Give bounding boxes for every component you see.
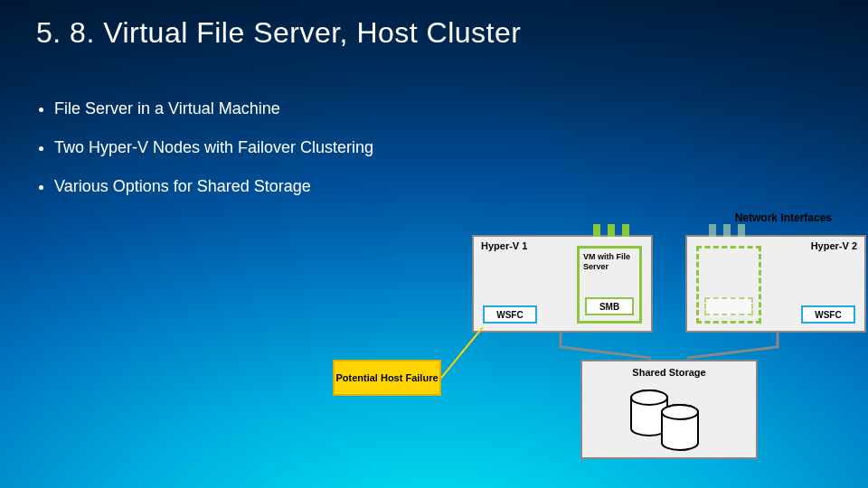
nic-icon xyxy=(709,224,716,237)
callout-connector xyxy=(441,325,486,380)
nic-icon xyxy=(608,224,615,237)
nic-icon xyxy=(622,224,629,237)
disk-icon xyxy=(660,403,700,454)
hyperv-host-2: Hyper-V 2 WSFC xyxy=(685,235,866,333)
smb-box-passive xyxy=(704,297,753,315)
callout-label: Potential Host Failure xyxy=(335,372,438,384)
vm-active: VM with File Server SMB xyxy=(577,246,642,324)
network-interfaces-label: Network Interfaces xyxy=(735,211,832,224)
potential-host-failure-callout: Potential Host Failure xyxy=(333,360,441,396)
svg-line-0 xyxy=(441,327,483,378)
nic-icon xyxy=(593,224,600,237)
nic-icon xyxy=(723,224,731,237)
vm-passive xyxy=(696,246,761,324)
host-label: Hyper-V 1 xyxy=(481,240,527,251)
smb-box: SMB xyxy=(585,297,634,315)
bullet-item: Two Hyper-V Nodes with Failover Clusteri… xyxy=(54,138,373,157)
svg-point-4 xyxy=(662,405,698,419)
shared-storage: Shared Storage xyxy=(580,360,758,459)
bullet-item: File Server in a Virtual Machine xyxy=(54,99,373,118)
nic-icon xyxy=(738,224,745,237)
wsfc-box: WSFC xyxy=(483,305,537,324)
shared-storage-label: Shared Storage xyxy=(582,367,756,378)
wsfc-box: WSFC xyxy=(801,305,855,324)
slide: 5. 8. Virtual File Server, Host Cluster … xyxy=(0,0,868,488)
bullet-item: Various Options for Shared Storage xyxy=(54,177,373,196)
bullet-list: File Server in a Virtual Machine Two Hyp… xyxy=(33,99,373,216)
slide-title: 5. 8. Virtual File Server, Host Cluster xyxy=(36,16,521,50)
hyperv-host-1: Hyper-V 1 WSFC VM with File Server SMB xyxy=(472,235,653,333)
vm-title: VM with File Server xyxy=(580,249,639,272)
host-label: Hyper-V 2 xyxy=(811,240,857,251)
